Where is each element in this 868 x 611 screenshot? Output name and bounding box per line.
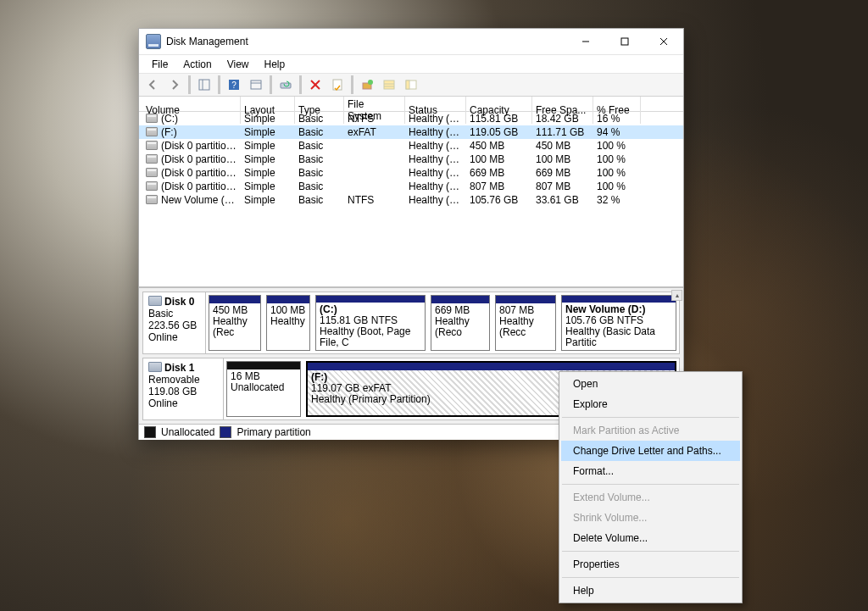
disk0-size: 223.56 GB [148,319,200,331]
disk0-partition[interactable]: 450 MBHealthy (Rec [209,295,261,351]
volume-row[interactable]: New Volume (D:)SimpleBasicNTFSHealthy (B… [139,193,683,207]
volume-pct: 100 % [593,153,641,166]
menu-separator [562,577,739,578]
close-button[interactable] [644,29,683,54]
volume-capacity: 119.05 GB [466,125,532,139]
partition-bar-primary [496,296,555,303]
menu-action[interactable]: Action [175,56,219,73]
disk0-partition[interactable]: New Volume (D:)105.76 GB NTFSHealthy (Ba… [561,295,676,351]
volume-layout: Simple [241,125,295,139]
maximize-button[interactable] [605,29,644,54]
disk0-partition[interactable]: 100 MBHealthy [266,295,310,351]
volume-name: (Disk 0 partition 2) [142,153,241,166]
volume-layout: Simple [241,180,295,193]
partition-status: Healthy (Reco [435,316,486,338]
volume-free: 33.61 GB [532,193,593,207]
partition-bar-primary [209,296,260,303]
volume-list-header[interactable]: Volume Layout Type File System Status Ca… [139,97,683,112]
drive-icon [146,127,158,136]
volume-list-body[interactable]: (C:)SimpleBasicNTFSHealthy (B...115.81 G… [139,112,683,286]
menu-separator [562,551,739,552]
svg-text:?: ? [231,81,236,90]
toolbar-sep [299,75,302,94]
disk0-partition[interactable]: 669 MBHealthy (Reco [431,295,490,351]
context-menu-item[interactable]: Delete Volume... [561,528,740,548]
new-partition-button[interactable] [357,75,377,95]
disk0-partition[interactable]: 807 MBHealthy (Recc [495,295,556,351]
disk1-info[interactable]: Disk 1 Removable 119.08 GB Online [143,358,224,419]
refresh-button[interactable] [275,75,296,95]
volume-free: 669 MB [532,166,593,180]
volume-pct: 16 % [593,112,641,125]
volume-layout: Simple [241,112,295,125]
volume-layout: Simple [241,193,295,207]
disk1-unallocated[interactable]: 16 MB Unallocated [226,361,301,417]
volume-fs: NTFS [344,112,405,125]
volume-status: Healthy (B... [405,193,466,207]
menu-help[interactable]: Help [257,56,293,73]
partition-status: Healthy [270,316,306,327]
context-menu[interactable]: OpenExploreMark Partition as ActiveChang… [559,371,743,603]
menu-file[interactable]: File [144,56,175,73]
context-menu-item[interactable]: Properties [561,554,740,575]
menu-view[interactable]: View [220,56,257,73]
volume-name: (Disk 0 partition 6) [142,180,241,193]
context-menu-item[interactable]: Open [561,374,740,394]
volume-capacity: 669 MB [466,166,532,180]
volume-pct: 100 % [593,166,641,180]
partition-bar-primary [562,296,676,303]
titlebar[interactable]: Disk Management [139,29,683,55]
volume-row[interactable]: (C:)SimpleBasicNTFSHealthy (B...115.81 G… [139,112,683,125]
partition-bar-unallocated [227,362,300,369]
help-button[interactable]: ? [224,75,244,95]
back-button[interactable] [142,75,163,95]
volume-row[interactable]: (Disk 0 partition 2)SimpleBasicHealthy (… [139,153,683,166]
context-menu-item[interactable]: Explore [561,394,740,414]
menu-separator [562,417,739,418]
context-menu-item[interactable]: Change Drive Letter and Paths... [561,441,740,461]
volume-pct: 32 % [593,193,641,207]
partition-status: Healthy (Rec [213,316,257,338]
volume-row[interactable]: (Disk 0 partition 5)SimpleBasicHealthy (… [139,166,683,180]
disk0-partitions: 450 MBHealthy (Rec100 MBHealthy(C:)115.8… [206,292,679,353]
volume-row[interactable]: (Disk 0 partition 1)SimpleBasicHealthy (… [139,139,683,153]
menu-separator [562,484,739,485]
minimize-button[interactable] [566,29,605,54]
context-menu-item: Extend Volume... [561,487,740,508]
partition-status: Healthy (Boot, Page File, C [320,326,421,348]
scroll-up-icon[interactable]: ▴ [671,290,682,301]
context-menu-item[interactable]: Format... [561,461,740,481]
volume-name: New Volume (D:) [142,193,241,207]
volume-pct: 94 % [593,125,641,139]
context-menu-item[interactable]: Help [561,580,740,601]
drive-icon [146,154,158,164]
partition-status: Unallocated [231,382,297,393]
volume-row[interactable]: (Disk 0 partition 6)SimpleBasicHealthy (… [139,180,683,193]
disk0-info[interactable]: Disk 0 Basic 223.56 GB Online [143,292,206,353]
volume-list-button[interactable] [379,75,399,95]
volume-fs [344,172,405,174]
forward-button[interactable] [164,75,185,95]
view-button[interactable] [246,75,266,95]
partition-text: New Volume (D:)105.76 GB NTFSHealthy (Ba… [562,303,676,350]
svg-rect-1 [621,38,628,45]
volume-capacity: 807 MB [466,180,532,193]
graphical-view-button[interactable] [401,75,421,95]
delete-button[interactable] [305,75,326,95]
window-title: Disk Management [166,36,566,47]
properties-button[interactable] [327,75,348,95]
volume-capacity: 100 MB [466,153,532,166]
context-menu-item: Mark Partition as Active [561,420,740,441]
drive-icon [146,181,158,191]
volume-status: Healthy (R... [405,166,466,180]
disk1-name: Disk 1 [164,362,194,374]
volume-row[interactable]: (F:)SimpleBasicexFATHealthy (P...119.05 … [139,125,683,139]
show-hide-tree-button[interactable] [194,75,214,95]
svg-rect-20 [406,81,409,89]
toolbar-sep [188,75,191,94]
disk0-partition[interactable]: (C:)115.81 GB NTFSHealthy (Boot, Page Fi… [315,295,426,351]
partition-status: Healthy (Recc [499,316,552,338]
drive-icon [146,114,158,123]
partition-text: 16 MB Unallocated [227,369,300,395]
toolbar-sep [351,75,353,94]
